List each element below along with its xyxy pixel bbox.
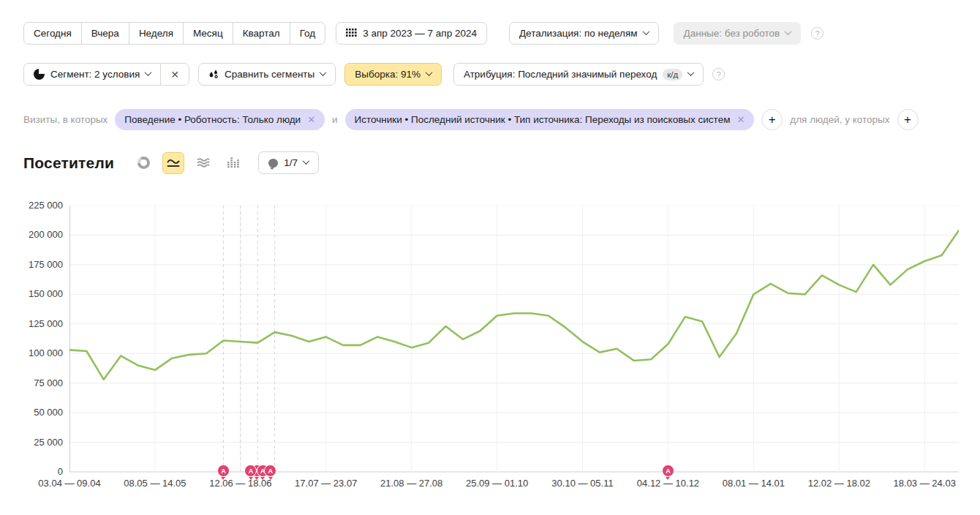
- y-tick-label: 150 000: [19, 288, 63, 299]
- x-axis-labels: 03.04 — 09.0408.05 — 14.0512.06 — 18.061…: [69, 478, 959, 492]
- sampling-dropdown[interactable]: Выборка: 91%: [344, 63, 442, 86]
- attribution-label: Атрибуция: Последний значимый переход: [464, 69, 657, 80]
- period-switcher: Сегодня Вчера Неделя Месяц Квартал Год: [23, 22, 325, 45]
- x-tick-label: 21.08 — 27.08: [380, 478, 442, 489]
- period-yesterday-label: Вчера: [91, 28, 119, 39]
- period-today-label: Сегодня: [34, 28, 72, 39]
- period-quarter-label: Квартал: [243, 28, 280, 39]
- filter-chip-robots-label: Поведение • Роботность: Только люди: [124, 114, 301, 125]
- chart-type-bars-button[interactable]: [222, 152, 244, 174]
- chevron-down-icon: [320, 69, 327, 76]
- sampling-label: Выборка: 91%: [355, 69, 421, 80]
- x-tick-label: 08.01 — 14.01: [723, 478, 785, 489]
- chevron-down-icon: [302, 157, 309, 165]
- segment-clear-button[interactable]: ✕: [160, 63, 189, 86]
- filter-prefix-label: Визиты, в которых: [23, 114, 108, 125]
- chevron-down-icon: [642, 28, 649, 35]
- annotation-marker[interactable]: А: [662, 465, 674, 477]
- x-tick-label: 25.09 — 01.10: [466, 478, 528, 489]
- date-range-label: 3 апр 2023 — 7 апр 2024: [363, 28, 477, 39]
- y-tick-label: 225 000: [19, 200, 63, 211]
- annotation-marker[interactable]: А: [217, 465, 230, 477]
- data-mode-label: Данные: без роботов: [684, 28, 780, 39]
- chart-type-donut-button[interactable]: [132, 152, 154, 174]
- x-tick-label: 30.10 — 05.11: [551, 478, 613, 489]
- segment-dropdown[interactable]: Сегмент: 2 условия: [23, 63, 161, 86]
- period-today-button[interactable]: Сегодня: [23, 22, 82, 45]
- annotation-marker[interactable]: А: [264, 465, 276, 477]
- detail-label: Детализация: по неделям: [519, 28, 638, 39]
- chevron-down-icon: [145, 69, 152, 76]
- x-tick-label: 17.07 — 23.07: [295, 478, 357, 489]
- toolbar-row-1: Сегодня Вчера Неделя Месяц Квартал Год 3…: [23, 22, 823, 45]
- y-tick-label: 0: [19, 466, 63, 477]
- x-tick-label: 12.06 — 18.06: [209, 478, 271, 489]
- filter-conjunction-label: и: [332, 114, 338, 125]
- y-tick-label: 200 000: [19, 229, 63, 240]
- y-tick-label: 125 000: [19, 318, 63, 329]
- compare-segments-dropdown[interactable]: Сравнить сегменты: [198, 63, 336, 86]
- y-axis-labels: 025 00050 00075 000100 000125 000150 000…: [19, 200, 63, 478]
- chevron-down-icon: [687, 69, 695, 76]
- date-range-button[interactable]: 3 апр 2023 — 7 апр 2024: [336, 22, 487, 45]
- comment-bubble-icon: [268, 159, 278, 168]
- annotations-dropdown[interactable]: 1/7: [258, 151, 319, 174]
- segment-group: Сегмент: 2 условия ✕: [23, 63, 189, 86]
- period-year-button[interactable]: Год: [290, 22, 326, 45]
- filter-chip-robots[interactable]: Поведение • Роботность: Только люди ✕: [115, 109, 325, 130]
- pie-chart-icon: [34, 69, 45, 80]
- chart-type-line-button[interactable]: [162, 152, 184, 174]
- line-chart-icon: [167, 157, 180, 168]
- period-month-label: Месяц: [193, 28, 223, 39]
- period-quarter-button[interactable]: Квартал: [233, 22, 290, 45]
- chart-type-area-button[interactable]: [192, 152, 214, 174]
- calendar-grid-icon: [346, 29, 357, 38]
- close-icon: ✕: [170, 69, 179, 80]
- attribution-badge: к/д: [663, 69, 682, 80]
- x-tick-label: 08.05 — 14.05: [124, 478, 186, 489]
- filter-chip-source[interactable]: Источники • Последний источник • Тип ист…: [345, 109, 755, 130]
- period-week-button[interactable]: Неделя: [129, 22, 184, 45]
- bar-chart-icon: [227, 157, 239, 168]
- stacked-area-icon: [197, 157, 210, 168]
- add-visit-condition-button[interactable]: +: [761, 109, 783, 130]
- add-user-condition-button[interactable]: +: [897, 109, 919, 130]
- chevron-down-icon: [785, 28, 792, 35]
- period-year-label: Год: [300, 28, 316, 39]
- y-tick-label: 25 000: [19, 437, 63, 448]
- y-tick-label: 50 000: [19, 407, 63, 418]
- y-tick-label: 75 000: [19, 377, 63, 388]
- help-icon[interactable]: ?: [712, 68, 725, 80]
- period-yesterday-button[interactable]: Вчера: [81, 22, 129, 45]
- attribution-dropdown[interactable]: Атрибуция: Последний значимый переход к/…: [453, 63, 704, 86]
- x-tick-label: 04.12 — 10.12: [637, 478, 699, 489]
- compare-segments-label: Сравнить сегменты: [225, 69, 314, 80]
- period-month-button[interactable]: Месяц: [183, 22, 233, 45]
- chart-title: Посетители: [23, 154, 114, 172]
- close-icon[interactable]: ✕: [736, 114, 745, 125]
- help-icon[interactable]: ?: [811, 27, 823, 40]
- plot-area: АААААА: [69, 206, 959, 473]
- x-tick-label: 03.04 — 09.04: [38, 478, 100, 489]
- data-mode-dropdown[interactable]: Данные: без роботов: [674, 22, 802, 45]
- period-week-label: Неделя: [139, 28, 173, 39]
- annotations-counter: 1/7: [284, 157, 298, 168]
- filter-suffix-label: для людей, у которых: [790, 114, 889, 125]
- chart-header: Посетители 1/7: [23, 151, 319, 174]
- filter-row: Визиты, в которых Поведение • Роботность…: [23, 109, 919, 130]
- filter-chip-source-label: Источники • Последний источник • Тип ист…: [355, 114, 731, 125]
- donut-chart-icon: [137, 157, 150, 169]
- drops-icon: [208, 69, 219, 80]
- y-tick-label: 175 000: [19, 259, 63, 270]
- x-tick-label: 12.02 — 18.02: [808, 478, 870, 489]
- segment-label: Сегмент: 2 условия: [50, 69, 140, 80]
- close-icon[interactable]: ✕: [307, 114, 315, 125]
- detail-dropdown[interactable]: Детализация: по неделям: [509, 22, 659, 45]
- y-tick-label: 100 000: [19, 347, 63, 358]
- chevron-down-icon: [425, 69, 432, 76]
- x-tick-label: 18.03 — 24.03: [894, 478, 956, 489]
- toolbar-row-2: Сегмент: 2 условия ✕ Сравнить сегменты В…: [23, 63, 725, 86]
